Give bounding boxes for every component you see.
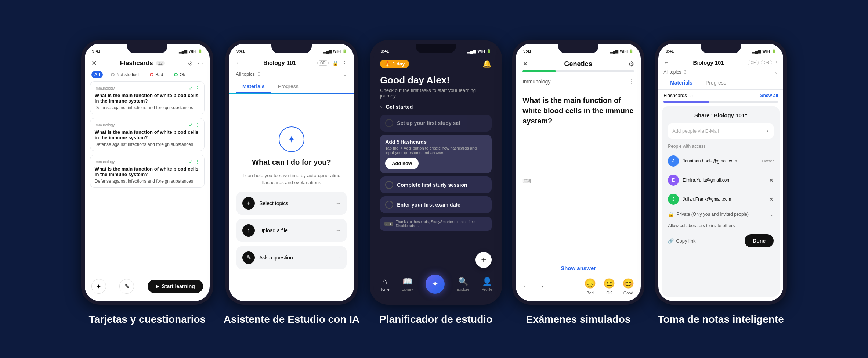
pencil-icon-2: ✎	[242, 251, 255, 264]
task-add-title: Add 5 flashcards	[385, 139, 487, 145]
check-icon-2: ✓ ⋮	[189, 122, 200, 128]
remove-person-2[interactable]: ✕	[769, 177, 774, 184]
plus-float-button[interactable]: +	[475, 252, 492, 268]
p4-question: What is the main function of white blood…	[516, 88, 641, 178]
person-email-3: Julian.Frank@gmail.com	[683, 197, 731, 202]
visibility-chevron[interactable]: ⌄	[770, 212, 774, 217]
gear-icon-4[interactable]: ⚙	[628, 60, 634, 68]
back-icon-5[interactable]: ←	[663, 59, 669, 66]
more-icon[interactable]: ⋯	[197, 60, 203, 67]
progress-bar-bg	[522, 70, 634, 72]
send-email-button[interactable]: →	[763, 127, 769, 135]
fire-icon: 🔥	[384, 61, 390, 67]
share-section: Share "Biology 101" Add people via E-Mai…	[662, 106, 780, 297]
avatar-3: J	[668, 194, 679, 205]
more-icon-2[interactable]: ⋮	[342, 60, 347, 66]
time-1: 9:41	[92, 49, 100, 53]
p2-title: Biology 101	[263, 60, 296, 67]
topics-row-2: All topics 0 ⌄	[229, 69, 354, 80]
p4-topic-name: Immunology	[522, 79, 550, 85]
flashcard-1[interactable]: Immunology ✓ ⋮ What is the main function…	[90, 81, 205, 114]
link-icon: 🔗	[668, 238, 674, 244]
dot-not-studied	[111, 73, 115, 76]
chevron-right-2: →	[336, 228, 341, 233]
rating-good[interactable]: 😊 Good	[622, 278, 634, 295]
signal-3: ▂▄▆ WiFi 🔋	[467, 49, 491, 53]
ok-icon: 😐	[603, 278, 615, 289]
more-icon-4[interactable]: ⋮	[628, 78, 634, 85]
copy-link-button[interactable]: 🔗 Copy link	[668, 238, 695, 244]
start-learning-button[interactable]: ▶ Start learning	[148, 280, 203, 293]
get-started-row: › Get started	[373, 101, 498, 113]
close-icon-1[interactable]: ✕	[91, 59, 97, 67]
play-icon: ▶	[156, 284, 159, 289]
tab-progress-2[interactable]: Progress	[271, 80, 305, 93]
show-answer-button[interactable]: Show answer	[561, 265, 596, 271]
p2-icons: OR 🔒 ⋮	[317, 60, 347, 66]
next-card-button[interactable]: →	[537, 282, 545, 291]
chevron-right-1: →	[336, 200, 341, 206]
tab-materials-2[interactable]: Materials	[236, 80, 271, 93]
explore-icon: 🔍	[458, 277, 468, 286]
nav-profile[interactable]: 👤 Profile	[482, 277, 492, 291]
show-all-link[interactable]: Show all	[760, 93, 778, 98]
close-icon-4[interactable]: ✕	[522, 60, 528, 68]
time-5: 9:41	[666, 49, 674, 53]
p2-header: ← Biology 101 OR 🔒 ⋮	[229, 57, 354, 69]
copy-link-row: 🔗 Copy link Done	[668, 234, 774, 247]
more-icon-5[interactable]: ⋮	[774, 61, 778, 65]
phone4-wrapper: 9:41 ▂▄▆ WiFi 🔋 ✕ Genetics ⚙ Immunology	[512, 40, 644, 325]
tab-progress-5[interactable]: Progress	[699, 77, 733, 89]
nav-center[interactable]: ✦	[426, 275, 445, 294]
action-select-topics[interactable]: + Select topics →	[236, 192, 347, 215]
person-email-2: Elmira.Yulia@gmail.com	[683, 178, 730, 183]
badge-or: OR	[761, 60, 772, 65]
filter-ok[interactable]: Ok	[171, 71, 188, 78]
bell-icon[interactable]: 🔔	[482, 59, 492, 68]
notch4	[558, 44, 598, 53]
action-upload-file[interactable]: ↑ Upload a file →	[236, 219, 347, 242]
avatar-1: J	[668, 155, 679, 167]
share-title: Share "Biology 101"	[668, 112, 774, 118]
get-started-label[interactable]: Get started	[386, 104, 413, 110]
task-study-session: Complete first study session	[380, 176, 492, 193]
good-icon: 😊	[622, 278, 634, 289]
filter-all[interactable]: All	[91, 71, 103, 78]
nav-library[interactable]: 📖 Library	[402, 277, 413, 291]
time-2: 9:41	[236, 49, 245, 53]
back-icon-2[interactable]: ←	[236, 59, 242, 67]
nav-explore[interactable]: 🔍 Explore	[457, 277, 469, 291]
flashcard-3[interactable]: Immunology ✓ ⋮ What is the main function…	[90, 155, 205, 188]
phones-row: 9:41 ▂▄▆ WiFi 🔋 ✕ Flashcards 12 ⊘ ⋯	[81, 40, 787, 325]
greeting-subtitle: Check out the first tasks to start your …	[380, 87, 492, 99]
person-email-1: Jonathan.boelz@gmail.com	[683, 158, 737, 164]
filter-not-studied[interactable]: Not studied	[108, 71, 142, 78]
action-ask-question[interactable]: ✎ Ask a question →	[236, 246, 347, 269]
email-input-row[interactable]: Add people via E-Mail →	[668, 123, 774, 139]
signal-4: ▂▄▆ WiFi 🔋	[610, 49, 633, 53]
nav-center-icon[interactable]: ✦	[426, 275, 445, 294]
add-now-button[interactable]: Add now	[385, 158, 419, 169]
sparkle-icon[interactable]: ✦	[91, 279, 106, 294]
library-icon: 📖	[402, 277, 412, 286]
remove-person-3[interactable]: ✕	[769, 196, 774, 203]
chevron-icon-2[interactable]: ⌄	[343, 71, 347, 78]
prev-card-button[interactable]: ←	[522, 282, 530, 291]
flashcard-2[interactable]: Immunology ✓ ⋮ What is the main function…	[90, 118, 205, 151]
pencil-icon[interactable]: ✎	[119, 279, 134, 294]
rating-ok[interactable]: 😐 OK	[603, 278, 615, 295]
p4-topic-row: Immunology ⋮	[516, 75, 641, 88]
tab-materials-5[interactable]: Materials	[663, 77, 699, 89]
nav-home[interactable]: ⌂ Home	[380, 277, 390, 291]
ad-bar: AD Thanks to these ads, StudySmarter rem…	[380, 217, 492, 231]
rating-bad[interactable]: 😞 Bad	[584, 278, 596, 295]
check-icon-1: ✓ ⋮	[189, 85, 200, 91]
filter-bad[interactable]: Bad	[147, 71, 166, 78]
ad-text: Thanks to these ads, StudySmarter remain…	[396, 220, 487, 228]
filter-icon[interactable]: ⊘	[188, 60, 193, 67]
chevron-right-3: →	[336, 255, 341, 261]
p4-bottom-row: ← → 😞 Bad 😐 OK 😊 Good	[516, 276, 641, 301]
p1-icons: ⊘ ⋯	[188, 60, 203, 67]
chevron-topics-5[interactable]: ⌄	[774, 69, 778, 75]
done-button[interactable]: Done	[745, 234, 774, 247]
